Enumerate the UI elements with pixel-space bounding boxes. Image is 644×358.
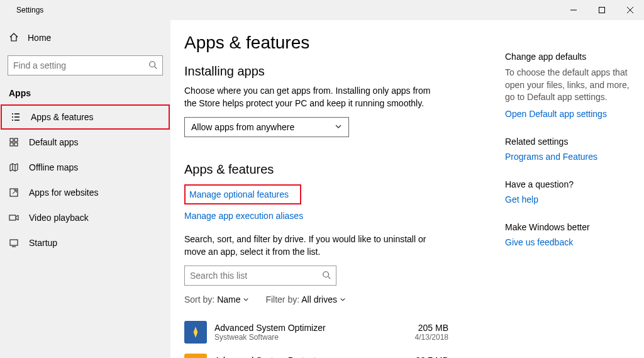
get-help-link[interactable]: Get help xyxy=(505,194,631,204)
app-list-search[interactable] xyxy=(184,266,336,286)
maximize-button[interactable] xyxy=(587,0,616,20)
search-icon xyxy=(322,271,331,281)
open-default-apps-link[interactable]: Open Default app settings xyxy=(505,109,631,119)
chevron-down-icon xyxy=(335,122,342,132)
change-defaults-body: To choose the default apps that open you… xyxy=(505,67,631,104)
select-value: Allow apps from anywhere xyxy=(191,122,294,132)
app-name: Advanced System Optimizer xyxy=(214,323,408,333)
sidebar-item-offline-maps[interactable]: Offline maps xyxy=(0,155,170,180)
manage-optional-features-link[interactable]: Manage optional features xyxy=(184,184,301,204)
nav-label: Offline maps xyxy=(29,162,78,172)
sort-filter-bar: Sort by: Name Filter by: All drives xyxy=(184,294,474,305)
search-icon xyxy=(148,60,157,71)
home-label: Home xyxy=(28,33,51,43)
related-settings-heading: Related settings xyxy=(505,137,631,147)
page-title: Apps & features xyxy=(184,33,474,53)
find-setting-input[interactable] xyxy=(13,60,148,70)
app-date: 4/13/2018 xyxy=(415,333,448,342)
sidebar-item-video-playback[interactable]: Video playback xyxy=(0,205,170,230)
home-nav[interactable]: Home xyxy=(0,25,170,50)
nav-label: Apps & features xyxy=(31,112,94,122)
nav-label: Apps for websites xyxy=(29,187,99,198)
filter-by-control[interactable]: Filter by: All drives xyxy=(265,294,346,305)
app-row[interactable]: Advanced System Optimizer Systweak Softw… xyxy=(184,316,474,349)
open-icon xyxy=(9,187,19,198)
sidebar-item-apps-features[interactable]: Apps & features xyxy=(1,104,170,130)
sidebar-item-apps-for-websites[interactable]: Apps for websites xyxy=(0,180,170,205)
defaults-icon xyxy=(9,137,19,147)
sidebar-item-default-apps[interactable]: Default apps xyxy=(0,130,170,155)
list-description: Search, sort, and filter by drive. If yo… xyxy=(184,233,442,258)
svg-point-14 xyxy=(323,272,329,277)
sidebar: Home Apps Apps & features Default apps O… xyxy=(0,20,170,358)
svg-rect-1 xyxy=(599,8,604,13)
list-icon xyxy=(11,112,21,122)
nav-label: Startup xyxy=(29,238,57,248)
nav-label: Video playback xyxy=(29,213,89,223)
svg-rect-9 xyxy=(14,143,18,146)
installing-apps-heading: Installing apps xyxy=(184,64,474,79)
change-defaults-heading: Change app defaults xyxy=(505,52,631,62)
video-icon xyxy=(9,213,19,223)
app-size: 20.7 MB xyxy=(416,355,448,358)
manage-aliases-link[interactable]: Manage app execution aliases xyxy=(184,211,303,221)
svg-rect-12 xyxy=(10,240,18,245)
app-list-search-input[interactable] xyxy=(190,271,322,281)
app-icon xyxy=(184,354,207,358)
sidebar-section-apps: Apps xyxy=(0,84,170,104)
svg-rect-11 xyxy=(9,215,16,220)
chevron-down-icon xyxy=(243,294,249,305)
svg-rect-6 xyxy=(10,138,13,142)
svg-point-4 xyxy=(150,61,155,67)
titlebar: Settings xyxy=(0,0,644,20)
svg-marker-16 xyxy=(194,327,198,338)
home-icon xyxy=(9,32,19,44)
app-size: 205 MB xyxy=(415,323,448,333)
nav-label: Default apps xyxy=(29,137,79,147)
have-question-heading: Have a question? xyxy=(505,179,631,189)
app-icon xyxy=(184,321,207,344)
app-name: Advanced System Protector xyxy=(214,355,408,358)
apps-features-heading: Apps & features xyxy=(184,162,474,177)
svg-rect-8 xyxy=(10,143,13,146)
main-panel: Apps & features Installing apps Choose w… xyxy=(170,20,644,358)
minimize-button[interactable] xyxy=(559,0,587,20)
give-feedback-link[interactable]: Give us feedback xyxy=(505,237,631,247)
svg-rect-7 xyxy=(14,138,18,142)
chevron-down-icon xyxy=(340,294,346,305)
sidebar-item-startup[interactable]: Startup xyxy=(0,230,170,255)
svg-line-5 xyxy=(155,66,157,69)
window-title: Settings xyxy=(16,6,43,14)
programs-features-link[interactable]: Programs and Features xyxy=(505,152,631,162)
find-setting-search[interactable] xyxy=(8,55,163,76)
installing-apps-description: Choose where you can get apps from. Inst… xyxy=(184,85,442,109)
startup-icon xyxy=(9,238,19,248)
sort-by-control[interactable]: Sort by: Name xyxy=(184,294,249,305)
make-windows-better-heading: Make Windows better xyxy=(505,222,631,232)
map-icon xyxy=(9,162,19,172)
right-panel: Change app defaults To choose the defaul… xyxy=(474,33,644,358)
app-row[interactable]: Advanced System Protector Systweak Softw… xyxy=(184,349,474,358)
svg-line-15 xyxy=(328,277,331,279)
close-button[interactable] xyxy=(616,0,644,20)
app-source-select[interactable]: Allow apps from anywhere xyxy=(184,117,349,137)
app-publisher: Systweak Software xyxy=(214,333,408,342)
